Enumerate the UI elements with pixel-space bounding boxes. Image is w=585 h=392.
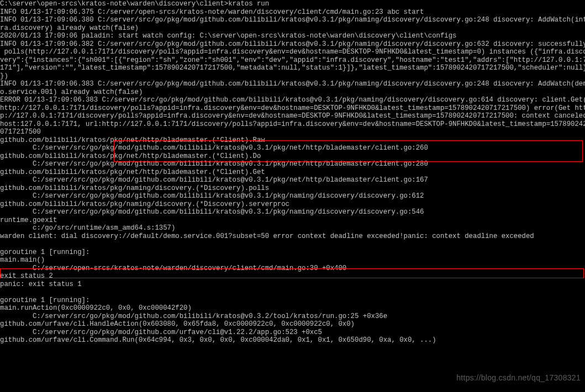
- terminal-line: C:/server/src/go/pkg/mod/github.com/bili…: [0, 312, 585, 321]
- terminal-line: github.com/urfave/cli.Command.Run(0x64c9…: [0, 336, 585, 345]
- terminal-line: C:\server\open-srcs\kratos-note\warden\d…: [0, 0, 585, 8]
- terminal-line: github.com/bilibili/kratos/pkg/net/http/…: [0, 136, 585, 145]
- terminal-line: http://127.0.0.1:7171/discovery/polls?ap…: [0, 104, 585, 113]
- terminal-line: exit status 2: [0, 272, 585, 280]
- terminal-line: C:/server/src/go/pkg/mod/github.com/urfa…: [0, 329, 585, 337]
- terminal-line: ra.discovery) already watch(false): [0, 24, 585, 33]
- terminal-line: }): [0, 72, 585, 81]
- terminal-line: [0, 288, 585, 296]
- terminal-line: o.service.001) already watch(false): [0, 88, 585, 97]
- terminal-line: host:127.0.0.1:7171, url:http://127.0.0.…: [0, 120, 585, 129]
- terminal-output: C:\server\open-srcs\kratos-note\warden\d…: [0, 0, 585, 392]
- terminal-line: 171"],"version":"","latest_timestamp":15…: [0, 64, 585, 72]
- terminal-line: ERROR 01/13-17:09:06.383 C:/server/src/g…: [0, 96, 585, 104]
- terminal-line: INFO 01/13-17:09:06.383 C:/server/src/go…: [0, 80, 585, 88]
- terminal-line: polls(http://127.0.0.1:7171/discovery/po…: [0, 48, 585, 56]
- terminal-line: github.com/bilibili/kratos/pkg/naming/di…: [0, 184, 585, 193]
- terminal-line: 2020/01/13 17:09:06 paladin: start watch…: [0, 32, 585, 40]
- terminal-line: goroutine 1 [running]:: [0, 296, 585, 305]
- terminal-line: c:/go/src/runtime/asm_amd64.s:1357): [0, 224, 585, 232]
- terminal-line: panic: exit status 1: [0, 280, 585, 289]
- terminal-line: p://127.0.0.1:7171/discovery/polls?appid…: [0, 112, 585, 120]
- terminal-line: main.runAction(0xc0000922c0, 0x0, 0xc000…: [0, 304, 585, 312]
- terminal-line: C:/server/src/go/pkg/mod/github.com/bili…: [0, 208, 585, 216]
- terminal-line: 0717217500: [0, 128, 585, 136]
- terminal-line: C:/server/src/go/pkg/mod/github.com/bili…: [0, 192, 585, 200]
- terminal-line: C:/server/src/go/pkg/mod/github.com/bili…: [0, 144, 585, 152]
- terminal-line: github.com/bilibili/kratos/pkg/naming/di…: [0, 200, 585, 209]
- terminal-line: runtime.goexit: [0, 216, 585, 225]
- terminal-line: warden client: dial discovery://default/…: [0, 232, 585, 241]
- terminal-line: C:/server/open-srcs/kratos-note/warden/d…: [0, 264, 585, 273]
- terminal-line: main.main(): [0, 256, 585, 264]
- terminal-line: very":{"instances":{"sh001":[{"region":"…: [0, 56, 585, 65]
- terminal-line: [0, 240, 585, 248]
- terminal-line: INFO 01/13-17:09:06.380 C:/server/src/go…: [0, 16, 585, 24]
- terminal-line: github.com/bilibili/kratos/pkg/net/http/…: [0, 168, 585, 177]
- terminal-line: C:/server/src/go/pkg/mod/github.com/bili…: [0, 176, 585, 184]
- terminal-line: INFO 01/13-17:09:06.382 C:/server/src/go…: [0, 40, 585, 49]
- terminal-line: C:/server/src/go/pkg/mod/github.com/bili…: [0, 160, 585, 168]
- terminal-line: github.com/urfave/cli.HandleAction(0x603…: [0, 320, 585, 329]
- terminal-line: goroutine 1 [running]:: [0, 248, 585, 257]
- terminal-line: INFO 01/13-17:09:06.375 C:/server/open-s…: [0, 8, 585, 17]
- terminal-line: github.com/bilibili/kratos/pkg/net/http/…: [0, 152, 585, 161]
